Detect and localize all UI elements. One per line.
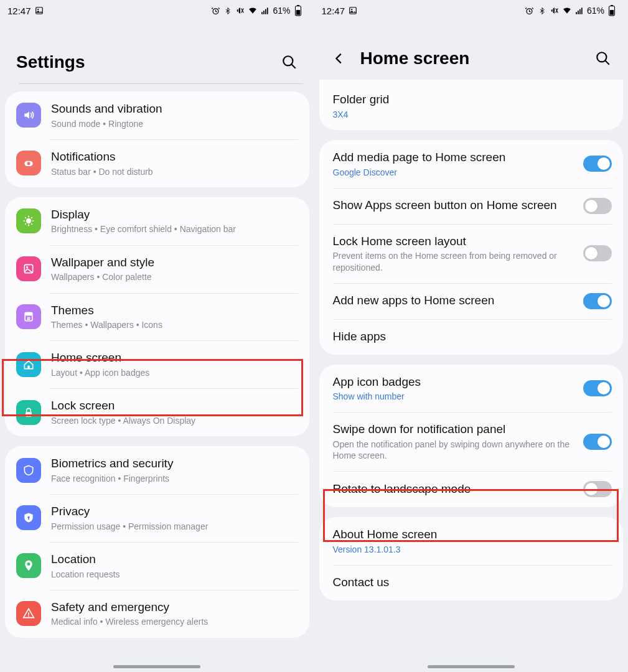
svg-rect-0 <box>35 7 42 14</box>
toggle-icon-badges[interactable] <box>583 380 612 396</box>
settings-row-rotate[interactable]: Rotate to landscape mode <box>319 471 624 507</box>
settings-row-add-new-apps[interactable]: Add new apps to Home screen <box>319 283 624 319</box>
settings-row-sounds[interactable]: Sounds and vibrationSound mode • Rington… <box>5 91 309 139</box>
home-screen-header: Home screen <box>314 21 629 80</box>
svg-rect-18 <box>27 365 29 368</box>
toggle-rotate[interactable] <box>583 481 612 497</box>
search-button[interactable] <box>281 54 298 71</box>
settings-row-biometrics[interactable]: Biometrics and securityFace recognition … <box>5 446 309 494</box>
row-title: Add new apps to Home screen <box>333 293 578 309</box>
settings-row-icon-badges[interactable]: App icon badgesShow with number <box>319 365 624 413</box>
settings-row-hide-apps[interactable]: Hide apps <box>319 319 624 355</box>
row-subtitle: Screen lock type • Always On Display <box>51 415 298 426</box>
settings-row-about[interactable]: About Home screenVersion 13.1.01.3 <box>319 517 624 565</box>
settings-row-folder-grid[interactable]: Folder grid3X4 <box>319 82 624 130</box>
wallpaper-icon <box>16 256 41 281</box>
row-subtitle: Layout • App icon badges <box>51 367 298 378</box>
privacy-icon <box>16 505 41 530</box>
svg-rect-33 <box>611 5 613 6</box>
settings-row-location[interactable]: LocationLocation requests <box>5 542 309 590</box>
settings-row-wallpaper[interactable]: Wallpaper and styleWallpapers • Color pa… <box>5 245 309 293</box>
settings-header: Settings <box>0 21 314 83</box>
row-subtitle: Permission usage • Permission manager <box>51 521 298 532</box>
settings-row-themes[interactable]: ThemesThemes • Wallpapers • Icons <box>5 293 309 341</box>
search-button[interactable] <box>594 50 612 67</box>
row-title: Add media page to Home screen <box>333 150 578 166</box>
row-title: Safety and emergency <box>51 600 298 615</box>
svg-rect-25 <box>350 7 357 14</box>
toggle-apps-button[interactable] <box>583 198 612 214</box>
row-title: Hide apps <box>333 329 612 345</box>
row-subtitle: Status bar • Do not disturb <box>51 166 298 177</box>
settings-group: Folder grid3X4 <box>319 80 624 130</box>
row-title: Sounds and vibration <box>51 101 298 117</box>
alarm-icon <box>525 6 535 16</box>
status-time: 12:47 <box>7 6 31 16</box>
row-subtitle: Location requests <box>51 569 298 580</box>
toggle-add-new-apps[interactable] <box>583 293 612 309</box>
battery-text: 61% <box>273 6 290 16</box>
svg-rect-24 <box>28 616 29 617</box>
settings-group: App icon badgesShow with numberSwipe dow… <box>319 365 624 508</box>
row-title: App icon badges <box>333 375 578 390</box>
svg-rect-5 <box>265 9 266 14</box>
row-title: Wallpaper and style <box>51 255 298 271</box>
wifi-icon <box>562 6 572 16</box>
settings-group: Sounds and vibrationSound mode • Rington… <box>5 91 309 187</box>
svg-point-22 <box>27 562 30 566</box>
settings-row-swipe-down[interactable]: Swipe down for notification panelOpen th… <box>319 412 624 471</box>
settings-row-contact[interactable]: Contact us <box>319 565 624 600</box>
back-button[interactable] <box>330 50 348 67</box>
settings-row-lock-layout[interactable]: Lock Home screen layoutPrevent items on … <box>319 224 624 283</box>
settings-row-lock[interactable]: Lock screenScreen lock type • Always On … <box>5 388 309 436</box>
settings-group: Add media page to Home screenGoogle Disc… <box>319 140 624 355</box>
settings-row-safety[interactable]: Safety and emergencyMedical info • Wirel… <box>5 590 309 638</box>
picture-icon <box>35 6 44 15</box>
row-title: Contact us <box>333 575 612 590</box>
wifi-icon <box>248 6 258 16</box>
row-subtitle: Wallpapers • Color palette <box>51 271 298 282</box>
battery-text: 61% <box>587 6 604 16</box>
alarm-icon <box>210 6 220 16</box>
settings-row-display[interactable]: DisplayBrightness • Eye comfort shield •… <box>5 197 309 245</box>
row-subtitle: Version 13.1.01.3 <box>333 544 612 555</box>
row-subtitle: Open the notification panel by swiping d… <box>333 439 578 461</box>
phone-left: 12:47 61% Settings Sounds and vibrationS… <box>0 0 314 672</box>
lock-icon <box>16 400 41 425</box>
row-title: About Home screen <box>333 527 612 543</box>
svg-point-13 <box>26 218 31 223</box>
toggle-swipe-down[interactable] <box>583 434 612 450</box>
sound-icon <box>16 103 41 128</box>
location-icon <box>16 553 41 578</box>
settings-row-apps-button[interactable]: Show Apps screen button on Home screen <box>319 188 624 224</box>
settings-group: DisplayBrightness • Eye comfort shield •… <box>5 197 309 436</box>
settings-row-privacy[interactable]: PrivacyPermission usage • Permission man… <box>5 494 309 542</box>
row-title: Lock Home screen layout <box>333 234 578 250</box>
shield-icon <box>16 458 41 483</box>
svg-rect-21 <box>28 518 29 520</box>
toggle-media-page[interactable] <box>583 156 612 172</box>
settings-row-notifications[interactable]: NotificationsStatus bar • Do not disturb <box>5 139 309 187</box>
row-title: Lock screen <box>51 398 298 414</box>
home-screen-settings-list: Folder grid3X4Add media page to Home scr… <box>314 80 629 635</box>
battery-icon <box>607 6 617 16</box>
divider <box>19 83 303 84</box>
row-subtitle: Medical info • Wireless emergency alerts <box>51 616 298 627</box>
svg-rect-4 <box>264 11 265 14</box>
status-bar: 12:47 61% <box>0 0 314 21</box>
svg-rect-9 <box>296 10 299 15</box>
svg-rect-23 <box>28 613 29 615</box>
settings-row-home[interactable]: Home screenLayout • App icon badges <box>5 340 309 388</box>
toggle-lock-layout[interactable] <box>583 245 612 261</box>
svg-rect-28 <box>576 12 577 14</box>
settings-group: Biometrics and securityFace recognition … <box>5 446 309 638</box>
svg-rect-3 <box>262 12 263 14</box>
svg-point-15 <box>26 266 28 268</box>
picture-icon <box>349 6 357 15</box>
battery-icon <box>293 6 303 16</box>
svg-point-35 <box>597 52 606 62</box>
row-subtitle: Face recognition • Fingerprints <box>51 473 298 484</box>
settings-row-media-page[interactable]: Add media page to Home screenGoogle Disc… <box>319 140 624 188</box>
row-title: Swipe down for notification panel <box>333 422 578 437</box>
row-title: Display <box>51 207 298 223</box>
